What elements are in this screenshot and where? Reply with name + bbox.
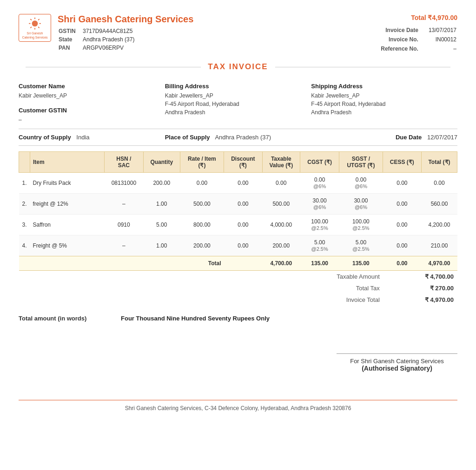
state-value: Andhra Pradesh (37) (83, 36, 137, 43)
shipping-name: Kabir Jewellers_AP (311, 91, 457, 100)
place-supply-label: Place of Supply (165, 134, 210, 141)
svg-line-6 (38, 27, 39, 28)
row-item: Saffron (30, 215, 105, 235)
row-taxable: 200.00 (262, 235, 300, 256)
total-top: Total ₹4,970.00 (380, 14, 457, 21)
company-logo: Sri Ganesh Catering Services (19, 14, 51, 42)
row-qty: 200.00 (143, 173, 180, 194)
row-total: 560.00 (421, 194, 457, 215)
items-table: Item HSN /SAC Quantity Rate / Item(₹) Di… (19, 151, 457, 271)
row-cess: 0.00 (383, 215, 421, 235)
shipping-address-label: Shipping Address (311, 83, 457, 90)
taxable-amount-value: ₹ 4,700.00 (383, 271, 457, 282)
invoice-date-label: Invoice Date (381, 26, 418, 34)
footer-address: Shri Ganesh Catering Services, C-34 Defe… (125, 405, 351, 411)
table-footer-row: Total 4,700.00 135.00 135.00 0.00 4,970.… (19, 256, 457, 271)
invoice-number-value: IN00012 (419, 35, 456, 44)
row-total: 210.00 (421, 235, 457, 256)
footer-cess: 0.00 (383, 256, 421, 271)
col-qty: Quantity (143, 152, 180, 173)
sun-icon (27, 16, 42, 31)
invoice-details: Invoice Date 13/07/2017 Invoice No. IN00… (380, 25, 457, 54)
row-cgst: 30.00@6% (300, 194, 339, 215)
row-cess: 0.00 (383, 235, 421, 256)
table-row: 3. Saffron 0910 5.00 800.00 0.00 4,000.0… (19, 215, 457, 235)
customer-name-label: Customer Name (19, 83, 165, 90)
invoice-date-value: 13/07/2017 (419, 26, 456, 34)
words-value: Four Thousand Nine Hundred Seventy Rupee… (121, 315, 270, 322)
company-block: Sri Ganesh Catering Services Shri Ganesh… (19, 14, 193, 52)
customer-section: Customer Name Kabir Jewellers_AP Custome… (19, 83, 457, 124)
row-rate: 500.00 (180, 194, 224, 215)
footer-total-label: Total (19, 256, 224, 271)
svg-line-8 (30, 27, 31, 28)
row-qty: 5.00 (143, 215, 180, 235)
svg-point-0 (32, 20, 38, 26)
company-info: Shri Ganesh Catering Services GSTIN 3717… (58, 14, 193, 52)
svg-line-5 (30, 19, 31, 20)
billing-address1: F-45 Airport Road, Hyderabad (165, 100, 311, 108)
col-sgst: SGST /UTGST (₹) (339, 152, 383, 173)
col-cess: CESS (₹) (383, 152, 421, 173)
gstin-label: GSTIN (59, 27, 82, 35)
row-item: Freight @ 5% (30, 235, 105, 256)
row-taxable: 4,000.00 (262, 215, 300, 235)
customer-name-value: Kabir Jewellers_AP (19, 91, 165, 100)
due-date-value: 12/07/2017 (427, 134, 457, 141)
row-discount: 0.00 (224, 215, 262, 235)
col-cgst: CGST (₹) (300, 152, 339, 173)
row-item: freight @ 12% (30, 194, 105, 215)
row-hsn: – (105, 235, 144, 256)
company-details-table: GSTIN 3717D9A44AC81Z5 State Andhra Prade… (58, 26, 138, 52)
shipping-address2: Andhra Pradesh (311, 108, 457, 117)
shipping-address1: F-45 Airport Road, Hyderabad (311, 100, 457, 108)
authorised-signatory: (Authorised Signatory) (337, 365, 457, 372)
invoice-meta: Total ₹4,970.00 Invoice Date 13/07/2017 … (380, 14, 457, 54)
row-taxable: 500.00 (262, 194, 300, 215)
table-row: 4. Freight @ 5% – 1.00 200.00 0.00 200.0… (19, 235, 457, 256)
table-row: 2. freight @ 12% – 1.00 500.00 0.00 500.… (19, 194, 457, 215)
row-rate: 200.00 (180, 235, 224, 256)
billing-address-label: Billing Address (165, 83, 311, 90)
country-supply-col: Country of Supply India (19, 134, 165, 141)
billing-address2: Andhra Pradesh (165, 108, 311, 117)
footer-taxable: 4,700.00 (262, 256, 300, 271)
row-qty: 1.00 (143, 194, 180, 215)
total-tax-label: Total Tax (281, 282, 383, 294)
row-cgst: 5.00@2.5% (300, 235, 339, 256)
taxable-amount-row: Taxable Amount ₹ 4,700.00 (281, 271, 457, 282)
invoice-ref-label: Reference No. (381, 45, 418, 53)
col-total: Total (₹) (421, 152, 457, 173)
col-item: Item (30, 152, 105, 173)
state-label: State (59, 36, 82, 43)
table-row: 1. Dry Fruits Pack 08131000 200.00 0.00 … (19, 173, 457, 194)
row-taxable: 0.00 (262, 173, 300, 194)
table-header-row: Item HSN /SAC Quantity Rate / Item(₹) Di… (19, 152, 457, 173)
row-item: Dry Fruits Pack (30, 173, 105, 194)
row-num: 4. (19, 235, 30, 256)
row-cess: 0.00 (383, 194, 421, 215)
words-row: Total amount (in words) Four Thousand Ni… (19, 311, 457, 326)
country-supply-value: India (76, 134, 89, 141)
customer-gstin-value: – (19, 116, 165, 124)
invoice-total-label: Invoice Total (281, 294, 383, 306)
totals-table: Taxable Amount ₹ 4,700.00 Total Tax ₹ 27… (281, 271, 457, 306)
place-supply-col: Place of Supply Andhra Pradesh (37) (165, 134, 311, 141)
total-tax-row: Total Tax ₹ 270.00 (281, 282, 457, 294)
invoice-total-row: Invoice Total ₹ 4,970.00 (281, 294, 457, 306)
row-rate: 0.00 (180, 173, 224, 194)
footer-discount-empty (224, 256, 262, 271)
footer-cgst: 135.00 (300, 256, 339, 271)
footer-sgst: 135.00 (339, 256, 383, 271)
row-hsn: – (105, 194, 144, 215)
place-supply-value: Andhra Pradesh (37) (215, 134, 271, 141)
col-num (19, 152, 30, 173)
signatory-box: For Shri Ganesh Catering Services (Autho… (337, 353, 457, 372)
row-total: 0.00 (421, 173, 457, 194)
invoice-title: TAX INVOICE (19, 59, 457, 75)
row-rate: 800.00 (180, 215, 224, 235)
col-discount: Discount(₹) (224, 152, 262, 173)
taxable-amount-label: Taxable Amount (281, 271, 383, 282)
due-date-col: Due Date 12/07/2017 (311, 134, 457, 141)
footer: Shri Ganesh Catering Services, C-34 Defe… (19, 400, 457, 411)
